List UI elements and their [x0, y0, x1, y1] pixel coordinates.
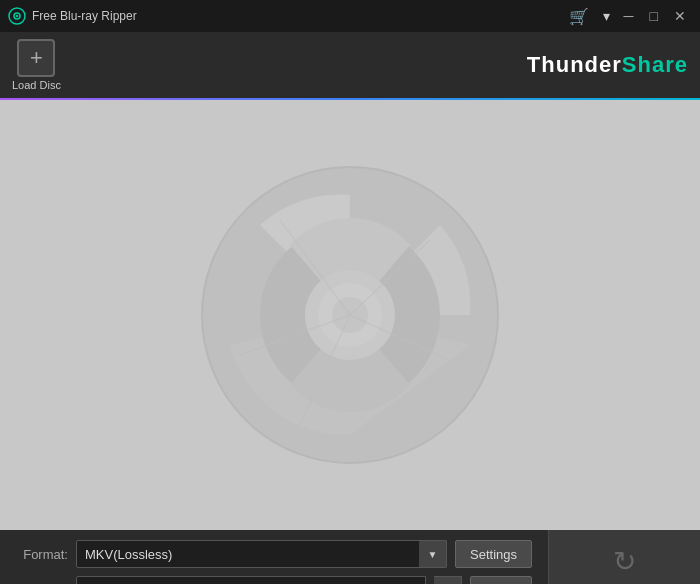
settings-button[interactable]: Settings: [455, 540, 532, 568]
svg-point-2: [16, 15, 18, 17]
add-output-button[interactable]: +: [434, 576, 462, 584]
logo-thunder: Thunder: [527, 52, 622, 77]
thundershare-logo: ThunderShare: [527, 52, 688, 78]
format-select[interactable]: MKV(Lossless): [76, 540, 447, 568]
disc-watermark: [200, 165, 500, 465]
output-row: Output: C:\Users\Merkey\Documents\Free B…: [16, 576, 532, 584]
titlebar-controls: 🛒 ▾ ─ □ ✕: [563, 5, 692, 28]
convert-icon: ↻: [613, 545, 636, 578]
main-content: [0, 100, 700, 530]
cart-icon[interactable]: 🛒: [563, 5, 595, 28]
format-row: Format: MKV(Lossless) ▼ Settings: [16, 540, 532, 568]
load-disc-button[interactable]: + Load Disc: [12, 39, 61, 91]
toolbar: + Load Disc ThunderShare: [0, 32, 700, 100]
restore-button[interactable]: □: [644, 6, 664, 26]
app-icon: [8, 7, 26, 25]
app-title: Free Blu-ray Ripper: [32, 9, 137, 23]
dropdown-icon[interactable]: ▾: [599, 6, 614, 26]
titlebar: Free Blu-ray Ripper 🛒 ▾ ─ □ ✕: [0, 0, 700, 32]
format-select-wrapper: MKV(Lossless) ▼: [76, 540, 447, 568]
titlebar-left: Free Blu-ray Ripper: [8, 7, 137, 25]
output-path: C:\Users\Merkey\Documents\Free Blu-ray R…: [76, 576, 426, 584]
logo-share: Share: [622, 52, 688, 77]
bottom-bar: Format: MKV(Lossless) ▼ Settings Output:…: [0, 530, 700, 584]
open-button[interactable]: Open: [470, 576, 532, 584]
minimize-button[interactable]: ─: [618, 6, 640, 26]
plus-icon: +: [30, 47, 43, 69]
load-disc-icon-box: +: [17, 39, 55, 77]
format-label: Format:: [16, 547, 68, 562]
convert-button-wrapper: ↻ Convert: [548, 530, 700, 584]
close-button[interactable]: ✕: [668, 6, 692, 26]
convert-button[interactable]: ↻ Convert: [598, 545, 651, 584]
load-disc-label: Load Disc: [12, 79, 61, 91]
